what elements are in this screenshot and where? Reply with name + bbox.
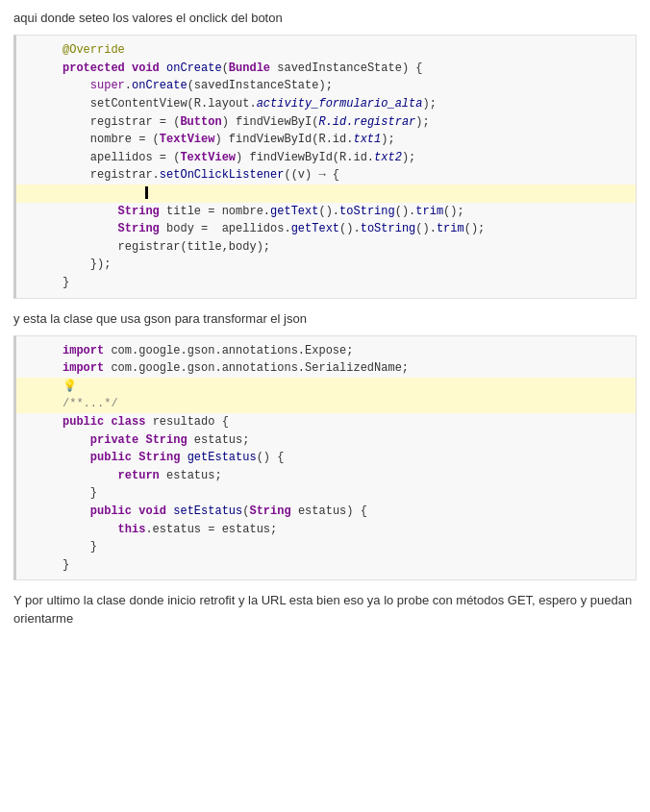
- code-line: public String getEstatus() {: [16, 449, 636, 467]
- code-line: this.estatus = estatus;: [16, 521, 636, 539]
- code-line: apellidos = (TextView) findViewById(R.id…: [16, 149, 636, 167]
- code-line: import com.google.gson.annotations.Expos…: [16, 342, 636, 360]
- code-line: });: [16, 256, 636, 274]
- code-line: }: [16, 274, 636, 292]
- code-line: registrar.setOnClickListener((v) → {: [16, 166, 636, 185]
- code-line: import com.google.gson.annotations.Seria…: [16, 359, 636, 378]
- code-line: }: [16, 538, 636, 556]
- code-line: super.onCreate(savedInstanceState);: [16, 77, 636, 95]
- code-line: public class resultado {: [16, 413, 636, 431]
- code-line: nombre = (TextView) findViewById(R.id.tx…: [16, 131, 636, 149]
- code-line: registrar(title,body);: [16, 238, 636, 257]
- code-block-1: @Override protected void onCreate(Bundle…: [13, 35, 637, 298]
- code-line: protected void onCreate(Bundle savedInst…: [16, 60, 636, 78]
- intro-text: aqui donde seteo los valores el onclick …: [13, 10, 637, 27]
- code-line-highlighted: [16, 185, 636, 203]
- code-line: public void setEstatus(String estatus) {: [16, 503, 636, 521]
- code-line: }: [16, 556, 636, 575]
- code-line: private String estatus;: [16, 431, 636, 450]
- code-line: return estatus;: [16, 467, 636, 485]
- javadoc-line: 💡: [16, 378, 636, 396]
- code-line: @Override: [16, 41, 636, 60]
- javadoc-line: /**...*/: [16, 395, 636, 413]
- code-line: }: [16, 484, 636, 503]
- middle-text: y esta la clase que usa gson para transf…: [13, 310, 637, 328]
- code-line: String body = apellidos.getText().toStri…: [16, 220, 636, 238]
- page-content: aqui donde seteo los valores el onclick …: [0, 0, 650, 645]
- code-line: registrar = (Button) findViewByI(R.id.re…: [16, 113, 636, 132]
- code-line: String title = nombre.getText().toString…: [16, 203, 636, 221]
- code-line: setContentView(R.layout.activity_formula…: [16, 95, 636, 113]
- outro-text: Y por ultimo la clase donde inicio retro…: [13, 592, 637, 627]
- code-block-imports: import com.google.gson.annotations.Expos…: [13, 335, 637, 581]
